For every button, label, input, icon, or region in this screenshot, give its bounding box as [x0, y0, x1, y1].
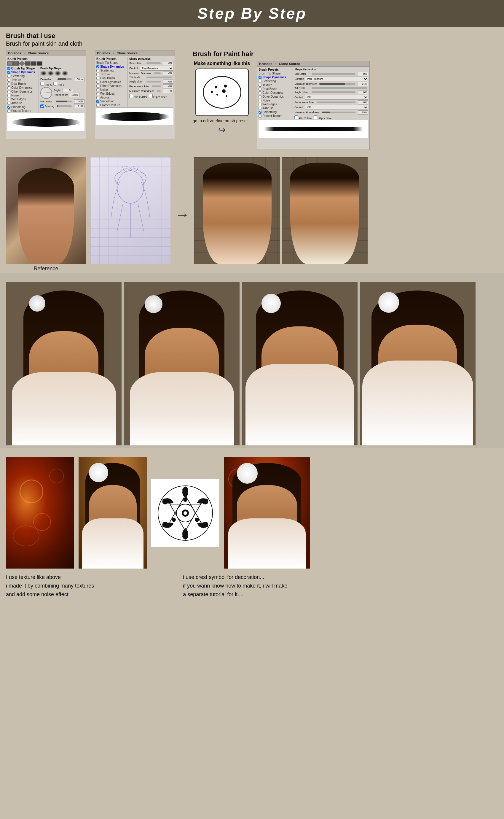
wet-edges-check[interactable]: [7, 98, 10, 101]
min-diam-slider[interactable]: [154, 72, 161, 74]
smoothing-row[interactable]: Smoothing: [7, 105, 37, 109]
panel1-tab2[interactable]: Clone Source: [28, 51, 49, 55]
section4: I use texture like above i made it by co…: [0, 448, 504, 604]
tip-shape-check[interactable]: [7, 67, 10, 70]
p2-scatter[interactable]: Scattering: [96, 69, 126, 72]
tip-preview[interactable]: [47, 71, 54, 76]
p3-shape-check[interactable]: [259, 76, 261, 79]
p3-ctrl1-select[interactable]: Pen Pressure: [305, 76, 368, 81]
p3-other[interactable]: Other Dynamics: [259, 95, 291, 98]
control-select-1[interactable]: Pen Pressure: [140, 66, 173, 71]
dual-brush-row[interactable]: Dual Brush: [7, 82, 37, 85]
p2-texture[interactable]: Texture: [96, 73, 126, 76]
noise-check[interactable]: [7, 94, 10, 97]
p2-wet[interactable]: Wet Edges: [96, 92, 126, 95]
diameter-slider[interactable]: [58, 78, 72, 80]
p3-texture[interactable]: Texture: [259, 83, 291, 87]
p2-shape-check[interactable]: [96, 65, 99, 68]
p3-sj-slider[interactable]: [312, 73, 355, 75]
p3-aj-slider[interactable]: [312, 91, 355, 93]
p3-size-jitter: Size Jitter 0%: [294, 72, 368, 76]
p2-flip-y-check[interactable]: [149, 94, 153, 98]
tip-shape-row: Brush Tip Shape: [7, 67, 37, 70]
p3-dual[interactable]: Dual Brush: [259, 87, 291, 90]
p3-flip-x-check[interactable]: [294, 115, 298, 119]
size-jitter-row: Size Jitter 0%: [129, 61, 173, 65]
tip-preview[interactable]: [40, 71, 47, 76]
airbrush-row[interactable]: Airbrush: [7, 101, 37, 105]
brush-panel-3: Brushes × Clone Source Brush Presets Bru…: [257, 61, 370, 150]
p3-ctrl2-select[interactable]: Off: [305, 95, 368, 100]
p3-color[interactable]: Color Dynamics: [259, 91, 291, 94]
round-jitter-slider[interactable]: [152, 85, 161, 87]
angle-circle[interactable]: [40, 87, 52, 99]
hardness-slider[interactable]: [56, 101, 72, 102]
tilt-scale-slider[interactable]: [146, 76, 172, 78]
bottom-dress: [82, 518, 143, 568]
dual-brush-check[interactable]: [7, 82, 10, 85]
p3-protect[interactable]: Protect Texture: [259, 114, 291, 117]
spacing-check[interactable]: [40, 104, 44, 108]
panel3-tab2[interactable]: Clone Source: [279, 62, 300, 66]
noise-row[interactable]: Noise: [7, 94, 37, 97]
size-jitter-slider[interactable]: [146, 62, 161, 64]
p3-scatter[interactable]: Scattering: [259, 79, 291, 83]
smoothing-check[interactable]: [7, 106, 10, 109]
p3-mr-slider[interactable]: [322, 111, 355, 113]
p3-ts-slider[interactable]: [312, 87, 367, 89]
p2-color[interactable]: Color Dynamics: [96, 80, 126, 84]
flip-x-check[interactable]: [40, 82, 44, 86]
preset-icon[interactable]: [7, 61, 13, 66]
p2-flip-x-check[interactable]: [129, 94, 133, 98]
hair-brush-label: Brush for Paint hair: [193, 50, 253, 58]
p2-noise[interactable]: Noise: [96, 88, 126, 91]
preset-icon[interactable]: [25, 61, 31, 66]
p3-md-slider[interactable]: [319, 83, 355, 85]
dot: [211, 91, 213, 93]
panel3-tab1[interactable]: Brushes: [259, 62, 272, 66]
p3-rj-slider[interactable]: [317, 101, 355, 103]
p3-air[interactable]: Airbrush: [259, 106, 291, 110]
panel2-tab2[interactable]: Clone Source: [117, 51, 138, 55]
flip-y-check[interactable]: [53, 82, 57, 86]
panel1-tab1[interactable]: Brushes: [8, 51, 21, 55]
color-dynamics-row[interactable]: Color Dynamics: [7, 86, 37, 89]
panel1-sections: Brush Tip Shape Shape Dynamics Scatterin…: [7, 67, 84, 113]
p3-wet[interactable]: Wet Edges: [259, 103, 291, 106]
p2-dual[interactable]: Dual Brush: [96, 76, 126, 80]
brush-panel-1: Brushes × Clone Source Brush Presets: [6, 50, 86, 139]
color-dynamics-check[interactable]: [7, 86, 10, 89]
angle-jitter-slider[interactable]: [146, 81, 161, 82]
p2-smooth[interactable]: Smoothing: [96, 100, 126, 103]
tip-preview[interactable]: [55, 71, 61, 76]
p3-flip-y-check[interactable]: [314, 115, 318, 119]
preset-icon[interactable]: [31, 61, 36, 66]
preset-icon[interactable]: [37, 61, 42, 66]
texture-check[interactable]: [7, 79, 10, 82]
p2-protect[interactable]: Protect Texture: [96, 103, 126, 107]
shape-dynamics-row[interactable]: Shape Dynamics: [7, 71, 37, 74]
airbrush-check[interactable]: [7, 102, 10, 105]
preset-icon[interactable]: [19, 61, 25, 66]
wet-edges-row[interactable]: Wet Edges: [7, 98, 37, 101]
p3-ctrl3-select[interactable]: Off: [305, 105, 368, 110]
min-round-slider[interactable]: [157, 90, 161, 92]
protect-texture-check[interactable]: [7, 109, 10, 112]
p3-shape[interactable]: Shape Dynamics: [259, 76, 291, 79]
shape-dynamics-check[interactable]: [7, 71, 10, 74]
spacing-slider[interactable]: [57, 105, 72, 107]
texture-row[interactable]: Texture: [7, 78, 37, 82]
p2-air[interactable]: Airbrush: [96, 96, 126, 99]
preset-icon[interactable]: [13, 61, 19, 66]
protect-texture-row[interactable]: Protect Texture: [7, 109, 37, 112]
other-dynamics-row[interactable]: Other Dynamics: [7, 90, 37, 93]
other-dynamics-check[interactable]: [7, 90, 10, 93]
tip-preview[interactable]: [62, 71, 68, 76]
p2-other[interactable]: Other Dynamics: [96, 84, 126, 87]
panel2-tab1[interactable]: Brushes: [97, 51, 110, 55]
p3-noise[interactable]: Noise: [259, 99, 291, 102]
p3-smooth[interactable]: Smoothing: [259, 110, 291, 114]
p2-shape[interactable]: Shape Dynamics: [96, 65, 126, 68]
scattering-row[interactable]: Scattering: [7, 74, 37, 78]
scattering-check[interactable]: [7, 75, 10, 78]
